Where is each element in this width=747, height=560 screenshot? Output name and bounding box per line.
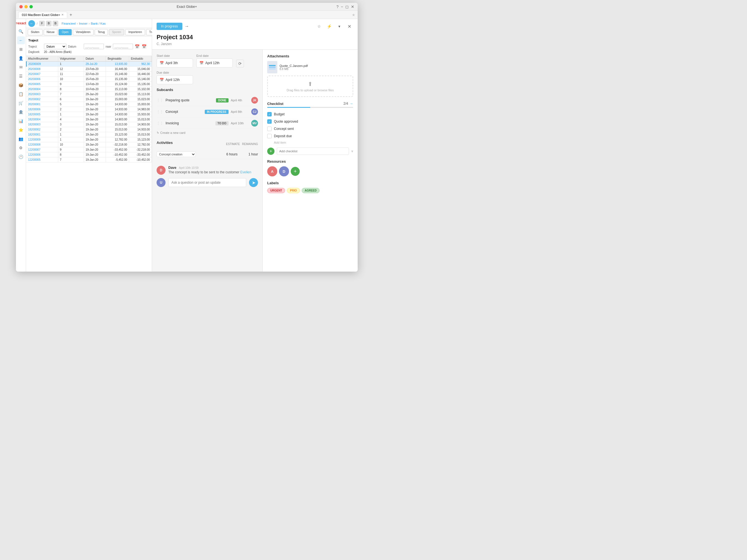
open-button[interactable]: Open [58, 29, 71, 35]
table-row[interactable]: 20200002 6 19-Jan-20 15,003.00 15,023.00 [26, 97, 152, 102]
help-icon[interactable]: ? [336, 4, 339, 9]
end-date-input[interactable]: 📅 April 12th [196, 58, 233, 68]
checklist-cb-4[interactable] [267, 134, 272, 138]
tab-add-button[interactable]: + [70, 12, 72, 17]
table-row[interactable]: 12200008 10 19-Jan-20 -32,218.00 12,782.… [26, 142, 152, 147]
table-row[interactable]: 20200001 5 19-Jan-20 14,933.00 15,003.00 [26, 102, 152, 107]
status-arrow-icon[interactable]: → [185, 24, 189, 29]
breadcrumb-invoer[interactable]: Invoer [79, 22, 88, 25]
sidebar-ledger[interactable]: 📋 [17, 90, 25, 98]
table-row[interactable]: 20200008 12 23-Feb-20 16,446.00 15,046.0… [26, 66, 152, 72]
sidebar-list[interactable]: ☰ [17, 72, 25, 80]
cell-afschriftnummer[interactable]: 20200001 [26, 102, 58, 107]
add-checklist-item-button[interactable]: Add item [274, 140, 353, 145]
cell-afschriftnummer[interactable]: 12200008 [26, 142, 58, 147]
cell-afschriftnummer[interactable]: 12200007 [26, 147, 58, 152]
table-row[interactable]: 20200004 8 10-Feb-20 15,113.00 15,102.00 [26, 87, 152, 92]
table-row[interactable]: 18200006 2 19-Jan-20 14,933.00 14,983.00 [26, 107, 152, 112]
cell-afschriftnummer[interactable]: 20200005 [26, 82, 58, 87]
table-row[interactable]: 18200001 1 19-Jan-20 15,123.00 15,013.00 [26, 132, 152, 137]
cell-afschriftnummer[interactable]: 20200006 [26, 77, 58, 82]
traject-select[interactable]: Datum [44, 44, 67, 49]
minimize-traffic-light[interactable] [24, 5, 28, 8]
sidebar-box[interactable]: 📦 [17, 81, 25, 89]
subcard-status-3[interactable]: TO DO [215, 121, 229, 126]
cell-afschriftnummer[interactable]: 20200002 [26, 97, 58, 102]
cell-afschriftnummer[interactable]: 18200001 [26, 132, 58, 137]
activity-select[interactable]: Concept creation [157, 152, 196, 157]
table-row[interactable]: 18200004 4 19-Jan-20 14,903.00 15,013.00 [26, 117, 152, 122]
table-row[interactable]: 20200006 10 15-Feb-20 15,135.00 15,146.0… [26, 77, 152, 82]
breadcrumb-bank[interactable]: Bank / Kas [91, 22, 106, 25]
add-checklist-btn[interactable]: + [267, 148, 275, 155]
sidebar-person[interactable]: 👤 [17, 54, 25, 62]
add-checklist-input[interactable] [277, 148, 349, 155]
maximize-traffic-light[interactable] [29, 5, 33, 8]
sidebar-bank[interactable]: 🏦 [17, 108, 25, 116]
cell-afschriftnummer[interactable]: 18200005 [26, 112, 58, 117]
sporen-button[interactable]: Sporen [109, 29, 124, 35]
add-resource-button[interactable]: + [291, 167, 300, 176]
refresh-button[interactable]: ⟳ [236, 60, 244, 68]
label-agreed[interactable]: AGREED [302, 188, 320, 193]
datum-from-input[interactable] [84, 44, 104, 49]
checklist-cb-3[interactable] [267, 127, 272, 131]
table-row[interactable]: 18200003 3 19-Jan-20 15,013.00 14,903.00 [26, 122, 152, 127]
table-row[interactable]: 12200005 7 19-Jan-20 -5,452.00 -10,452.0… [26, 157, 152, 162]
comment-input[interactable] [168, 178, 246, 187]
cell-afschriftnummer[interactable]: 20200008 [26, 66, 58, 72]
label-urgent[interactable]: URGENT [267, 188, 285, 193]
nieuw-button[interactable]: Nieuw [44, 29, 58, 35]
table-row[interactable]: 20200003 7 29-Jan-20 15,023.00 15,113.00 [26, 92, 152, 97]
table-row[interactable]: 20200009 1 29-Jul-20 13,935.00 962.30 [26, 61, 152, 66]
tab-close-icon[interactable]: ✕ [61, 13, 63, 16]
sidebar-clock[interactable]: 🕐 [17, 153, 25, 161]
sidebar-chart[interactable]: 📊 [17, 117, 25, 125]
status-button[interactable]: In progress [157, 23, 182, 30]
terug-button[interactable]: Terug [95, 29, 108, 35]
subcard-status-1[interactable]: DONE [216, 98, 229, 103]
nav-b-button[interactable]: B [46, 21, 52, 26]
importeren-button[interactable]: Importeren [125, 29, 145, 35]
close-traffic-light[interactable] [19, 5, 23, 8]
verwijderen-button[interactable]: Verwijderen [73, 29, 94, 35]
drag-handle-3[interactable]: ⋮⋮ [157, 121, 163, 125]
checklist-cb-1[interactable]: ✓ [267, 112, 272, 116]
drag-handle-1[interactable]: ⋮⋮ [157, 98, 163, 102]
table-row[interactable]: 18200002 2 19-Jan-20 15,013.00 14,933.00 [26, 127, 152, 132]
cell-afschriftnummer[interactable]: 18200004 [26, 117, 58, 122]
upload-area[interactable]: ⬆ Drag files to upload or browse files [267, 76, 353, 97]
tab-main[interactable]: 010 MacBeen Exact Globe+ ✕ [18, 12, 67, 18]
label-prio[interactable]: PRIO [287, 188, 300, 193]
project-close-button[interactable]: ✕ [345, 22, 353, 30]
cell-afschriftnummer[interactable]: 20200009 [26, 61, 58, 66]
calendar2-icon[interactable]: 📅 [142, 44, 147, 49]
sidebar-grid[interactable]: ⊞ [17, 45, 25, 53]
star-button[interactable]: ☆ [315, 22, 323, 30]
sidebar-cart[interactable]: 🛒 [17, 99, 25, 107]
nav-f-button[interactable]: F [39, 21, 45, 26]
calendar-icon[interactable]: 📅 [135, 44, 139, 49]
close-icon[interactable]: ✕ [351, 4, 354, 9]
sidebar-star[interactable]: ⭐ [17, 126, 25, 134]
sidebar-search[interactable]: 🔍 [17, 27, 25, 35]
bolt-button[interactable]: ⚡ [325, 22, 333, 30]
comment-link[interactable]: Evelien [240, 170, 251, 174]
cell-afschriftnummer[interactable]: 20200003 [26, 92, 58, 97]
back-button[interactable]: ← [28, 20, 35, 27]
sidebar-home[interactable]: ← [17, 36, 25, 44]
table-row[interactable]: 12200007 9 19-Jan-20 -33,452.00 -32,218.… [26, 147, 152, 152]
drag-handle-2[interactable]: ⋮⋮ [157, 110, 163, 114]
checklist-cb-2[interactable]: ✓ [267, 119, 272, 124]
table-row[interactable]: 12200009 1 19-Jan-20 12,782.00 15,123.00 [26, 137, 152, 142]
due-date-input[interactable]: 📅 April 12th [157, 75, 193, 84]
cell-afschriftnummer[interactable]: 12200009 [26, 137, 58, 142]
cell-afschriftnummer[interactable]: 18200006 [26, 107, 58, 112]
cell-afschriftnummer[interactable]: 12200005 [26, 157, 58, 162]
restore-icon[interactable]: ◻ [345, 4, 349, 9]
table-row[interactable]: 20200007 11 22-Feb-20 15,146.00 16,446.0… [26, 72, 152, 77]
nav-b2-button[interactable]: B [53, 21, 58, 26]
table-row[interactable]: 18200005 1 19-Jan-20 14,933.00 15,933.00 [26, 112, 152, 117]
sidebar-email[interactable]: ✉ [17, 63, 25, 71]
sidebar-people[interactable]: 👥 [17, 135, 25, 143]
